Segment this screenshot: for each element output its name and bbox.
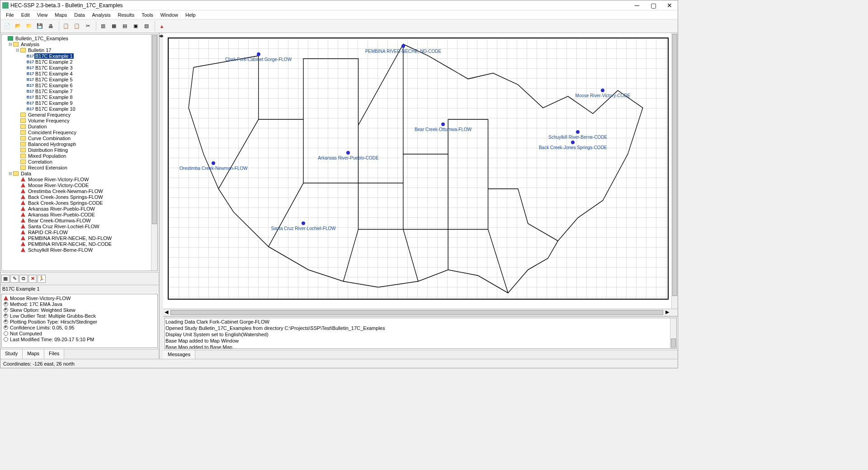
messages-log[interactable]: Loading Data Clark Fork-Cabinet Gorge-FL… bbox=[164, 318, 677, 349]
tree-category-record-extension[interactable]: Record Extension bbox=[3, 164, 156, 170]
messages-scrollbar[interactable] bbox=[670, 318, 676, 348]
tree-scrollbar[interactable] bbox=[151, 34, 157, 271]
menu-window[interactable]: Window bbox=[157, 11, 182, 19]
vertical-splitter[interactable]: ◀▶ bbox=[160, 33, 163, 359]
new-study-icon[interactable]: 📄 bbox=[2, 21, 12, 31]
tree-category-curve-combination[interactable]: Curve Combination bbox=[3, 135, 156, 141]
tree-example-10[interactable]: B17B17C Example 10 bbox=[3, 106, 156, 112]
tab-files[interactable]: Files bbox=[44, 349, 64, 359]
save-icon[interactable]: 💾 bbox=[35, 21, 45, 31]
tree-category-general-frequency[interactable]: General Frequency bbox=[3, 112, 156, 118]
tree-data-item[interactable]: Schuylkill River-Berne-FLOW bbox=[3, 247, 156, 253]
tree-toggle-icon[interactable]: ⊟ bbox=[8, 42, 13, 47]
tree-analysis[interactable]: ⊟Analysis bbox=[3, 41, 156, 47]
tree-toggle-icon[interactable]: ⊟ bbox=[15, 48, 20, 52]
tree-bulletin17[interactable]: ⊟Bulletin 17 bbox=[3, 47, 156, 53]
map-station[interactable]: Clark Fork-Cabinet Gorge-FLOW bbox=[257, 52, 260, 56]
tree-data-item[interactable]: Santa Cruz River-Lochiel-FLOW bbox=[3, 223, 156, 229]
tree-category-coincident-frequency[interactable]: Coincident Frequency bbox=[3, 129, 156, 135]
action-edit-icon[interactable]: ✎ bbox=[10, 275, 19, 283]
tree-example-5[interactable]: B17B17C Example 5 bbox=[3, 76, 156, 82]
tree-category-mixed-population[interactable]: Mixed Population bbox=[3, 153, 156, 159]
map-viewport[interactable]: Clark Fork-Cabinet Gorge-FLOWPEMBINA RIV… bbox=[163, 33, 678, 309]
tree-data-item[interactable]: Bear Creek-Ottumwa-FLOW bbox=[3, 217, 156, 223]
tree-category-distribution-fitting[interactable]: Distribution Fitting bbox=[3, 147, 156, 153]
cut-icon[interactable]: ✂ bbox=[83, 21, 93, 31]
tree-example-9[interactable]: B17B17C Example 9 bbox=[3, 100, 156, 106]
window-layout-5-icon[interactable]: ▧ bbox=[142, 21, 151, 31]
map-station[interactable]: Orestimba Creek-Newman-FLOW bbox=[212, 161, 215, 165]
tree-category-duration[interactable]: Duration bbox=[3, 123, 156, 129]
print-icon[interactable]: 🖶 bbox=[46, 21, 56, 31]
map-station[interactable]: PEMBINA RIVER-NECHE, ND-CODE bbox=[401, 44, 405, 48]
tree-example-2[interactable]: B17B17C Example 2 bbox=[3, 59, 156, 65]
tree-example-8[interactable]: B17B17C Example 8 bbox=[3, 94, 156, 100]
map-station[interactable]: Santa Cruz River-Lochiel-FLOW bbox=[302, 221, 305, 225]
open-study-icon[interactable]: 📂 bbox=[13, 21, 23, 31]
tree-data-item[interactable]: PEMBINA RIVER-NECHE, ND-CODE bbox=[3, 241, 156, 247]
map-station[interactable]: Moose River-Victory-CODE bbox=[601, 89, 604, 92]
tree-data-item[interactable]: PEMBINA RIVER-NECHE, ND-FLOW bbox=[3, 235, 156, 241]
tab-messages[interactable]: Messages bbox=[163, 350, 195, 359]
tree-data-item[interactable]: Orestimba Creek-Newman-FLOW bbox=[3, 188, 156, 194]
window-layout-1-icon[interactable]: ▥ bbox=[98, 21, 108, 31]
minimize-button[interactable]: ─ bbox=[631, 1, 643, 9]
tree-node-label: B17C Example 4 bbox=[34, 71, 74, 76]
window-layout-2-icon[interactable]: ▦ bbox=[109, 21, 119, 31]
tree-data-item[interactable]: Moose River-Victory-FLOW bbox=[3, 176, 156, 182]
message-line: Opened Study Bulletin_17C_Examples from … bbox=[165, 325, 675, 332]
action-run-icon[interactable]: 🏃 bbox=[38, 275, 46, 283]
tree-data-item[interactable]: Back Creek-Jones Springs-FLOW bbox=[3, 194, 156, 200]
tree-example-7[interactable]: B17B17C Example 7 bbox=[3, 88, 156, 94]
tree-example-6[interactable]: B17B17C Example 6 bbox=[3, 82, 156, 88]
tree-category-balanced-hydrograph[interactable]: Balanced Hydrograph bbox=[3, 141, 156, 147]
map-vertical-scrollbar[interactable] bbox=[671, 33, 678, 309]
clock-icon bbox=[3, 337, 9, 342]
menu-view[interactable]: View bbox=[33, 11, 52, 19]
paste-icon[interactable]: 📋 bbox=[72, 21, 82, 31]
tree-data-item[interactable]: RAPID CR-FLOW bbox=[3, 229, 156, 235]
menu-results[interactable]: Results bbox=[114, 11, 138, 19]
menu-analysis[interactable]: Analysis bbox=[89, 11, 114, 19]
close-button[interactable]: ✕ bbox=[663, 1, 676, 9]
tree-category-correlation[interactable]: Correlation bbox=[3, 159, 156, 164]
menu-edit[interactable]: Edit bbox=[18, 11, 33, 19]
tab-study[interactable]: Study bbox=[0, 349, 23, 359]
titlebar: HEC-SSP 2.3-beta.3 - Bulletin_17C_Exampl… bbox=[0, 0, 678, 10]
tree-example-1[interactable]: B17B17C Example 1 bbox=[3, 53, 156, 59]
tree-root[interactable]: Bulletin_17C_Examples bbox=[3, 35, 156, 41]
tree-data-item[interactable]: Back Creek-Jones Springs-CODE bbox=[3, 200, 156, 206]
map-horizontal-scrollbar[interactable]: ◀ ▶ bbox=[163, 309, 678, 316]
close-study-icon[interactable]: 📁 bbox=[24, 21, 34, 31]
map-station[interactable]: Arkansas River-Pueblo-CODE bbox=[346, 151, 350, 155]
menu-data[interactable]: Data bbox=[71, 11, 88, 19]
window-layout-3-icon[interactable]: ▤ bbox=[120, 21, 130, 31]
menu-file[interactable]: File bbox=[2, 11, 18, 19]
tree-data[interactable]: ⊟Data bbox=[3, 170, 156, 176]
tree-example-3[interactable]: B17B17C Example 3 bbox=[3, 65, 156, 70]
menu-maps[interactable]: Maps bbox=[51, 11, 71, 19]
copy-icon[interactable]: 📋 bbox=[61, 21, 71, 31]
map-station[interactable]: Schuylkill River-Berne-CODE bbox=[576, 130, 580, 134]
tree-data-item[interactable]: Moose River-Victory-CODE bbox=[3, 182, 156, 188]
menu-help[interactable]: Help bbox=[182, 11, 199, 19]
study-tree[interactable]: Bulletin_17C_Examples⊟Analysis⊟Bulletin … bbox=[1, 34, 158, 271]
map-station[interactable]: Bear Creek-Ottumwa-FLOW bbox=[441, 122, 445, 126]
window-layout-4-icon[interactable]: ▣ bbox=[131, 21, 141, 31]
tree-data-item[interactable]: Arkansas River-Pueblo-FLOW bbox=[3, 206, 156, 212]
tree-node-icon: B17 bbox=[27, 71, 33, 76]
tab-maps[interactable]: Maps bbox=[23, 349, 44, 359]
tree-node-label: PEMBINA RIVER-NECHE, ND-FLOW bbox=[27, 235, 113, 241]
tree-data-item[interactable]: Arkansas River-Pueblo-CODE bbox=[3, 212, 156, 217]
distribution-icon[interactable]: ▲ bbox=[157, 21, 167, 31]
action-copy-icon[interactable]: ⧉ bbox=[19, 275, 28, 283]
tree-toggle-icon[interactable]: ⊟ bbox=[8, 171, 13, 176]
action-delete-icon[interactable]: ✕ bbox=[28, 275, 37, 283]
maximize-button[interactable]: ▢ bbox=[647, 1, 660, 9]
statusbar: Coordinates: -126 east, 26 north bbox=[0, 359, 678, 368]
action-view-icon[interactable]: ▦ bbox=[1, 275, 9, 283]
tree-category-volume-frequency[interactable]: Volume Frequency bbox=[3, 118, 156, 123]
map-station[interactable]: Back Creek-Jones Springs-CODE bbox=[571, 141, 575, 144]
tree-example-4[interactable]: B17B17C Example 4 bbox=[3, 70, 156, 76]
menu-tools[interactable]: Tools bbox=[138, 11, 157, 19]
